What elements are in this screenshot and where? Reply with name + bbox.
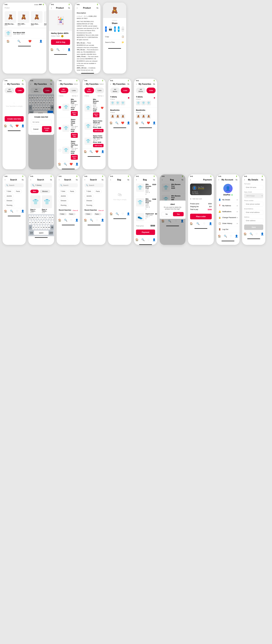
alert-yes-button[interactable]: Yes xyxy=(173,212,184,216)
key-D[interactable]: D xyxy=(34,220,37,225)
chip-jackets[interactable]: Jackets xyxy=(5,194,14,198)
back-button[interactable]: ‹ xyxy=(110,178,111,181)
product-card[interactable]: 🧸 8T21 100%... $122 xyxy=(18,11,29,26)
nav-home[interactable]: 🏠 xyxy=(50,48,54,51)
nav-home[interactable]: 🏠 xyxy=(135,238,138,241)
nav-favorites[interactable]: ♡ xyxy=(122,212,124,215)
add-to-bag-3[interactable]: Add to bag xyxy=(93,144,104,147)
address-input[interactable] xyxy=(244,218,263,223)
nav-home[interactable]: 🏠 xyxy=(84,150,87,153)
save-to-files-option[interactable]: Save to Files 📁 xyxy=(105,40,124,45)
select-label[interactable]: Select xyxy=(99,83,104,85)
nav-home[interactable]: 🏠 xyxy=(58,162,61,166)
back-button[interactable]: ‹ xyxy=(244,178,245,181)
key-shift[interactable]: ⇧ xyxy=(29,225,32,230)
create-button[interactable]: Create new xyxy=(42,126,52,132)
nav-favorites[interactable]: ♡ xyxy=(147,238,150,241)
email-input[interactable] xyxy=(244,210,263,215)
nav-search[interactable]: 🔍 xyxy=(224,234,227,238)
favorite-heart-icon[interactable]: ❤️ xyxy=(101,106,104,109)
key-Q[interactable]: Q xyxy=(29,215,31,220)
instagram-share-button[interactable]: 📷 xyxy=(109,26,112,32)
all-items-tab[interactable]: All Items xyxy=(5,88,14,93)
nav-home[interactable]: 🏠 xyxy=(135,121,138,124)
nav-favorites[interactable]: ♡ xyxy=(230,234,232,238)
twitter-share-button[interactable]: t xyxy=(114,26,116,32)
payment-button[interactable]: Payment xyxy=(136,230,155,235)
all-items-tab[interactable]: All Items xyxy=(110,88,120,93)
search-result-2[interactable]: 👕 ♡ Bape in Transi... $108 xyxy=(42,195,52,213)
clear-all-button[interactable]: Clear all xyxy=(98,210,104,211)
bag-icon[interactable]: 🛍 xyxy=(127,83,129,85)
nav-account[interactable]: 👤 xyxy=(261,232,264,236)
key-I[interactable]: I xyxy=(46,215,48,220)
menu-notifications[interactable]: 🔔 Notifications › xyxy=(216,209,240,214)
nav-search[interactable]: 🔍 xyxy=(64,162,67,166)
chip-jackets[interactable]: Jackets xyxy=(59,194,68,198)
nav-favorites[interactable]: ♡ xyxy=(96,218,98,222)
nav-account[interactable]: 👤 xyxy=(75,218,78,222)
chip-tshirt[interactable]: T-Shirt xyxy=(84,190,93,193)
chip-dresses[interactable]: Dresses xyxy=(5,199,14,202)
nav-account[interactable]: 👤 xyxy=(68,48,71,51)
dob-select[interactable]: dd/mm/yyyy xyxy=(244,193,263,198)
nav-search[interactable]: 🔍 xyxy=(90,218,93,222)
list-bearbricks[interactable]: Bearbricks 4 Items 🧸 🧸 🧸 xyxy=(134,108,157,120)
nav-favorites[interactable]: ❤️ xyxy=(70,162,73,166)
select-label[interactable]: Select xyxy=(74,83,78,85)
nav-account[interactable]: 👤 xyxy=(21,124,24,128)
list-tshirts[interactable]: T-Shirts 6 Items 👕 👕 👕 xyxy=(108,94,131,107)
all-items-tab[interactable]: All Items xyxy=(59,88,68,93)
key-123[interactable]: 123 xyxy=(29,230,34,235)
nav-search[interactable]: 🔍 xyxy=(56,48,60,51)
lists-tab[interactable]: Lists xyxy=(95,88,104,93)
nav-favorites[interactable]: ❤️ xyxy=(16,124,19,128)
nav-favorites[interactable]: ♡ xyxy=(70,218,72,222)
color-swatch[interactable] xyxy=(61,35,64,37)
back-button[interactable]: ‹ xyxy=(190,178,191,181)
list-tshirts[interactable]: T-Shirts 6 Items 👕 👕 👕 xyxy=(134,94,157,107)
back-button[interactable]: ‹ xyxy=(5,83,6,86)
key-space[interactable]: space xyxy=(34,230,48,235)
lists-tab[interactable]: Lists xyxy=(121,88,130,93)
chip-dresses[interactable]: Dresses xyxy=(84,199,94,202)
women-tab[interactable]: Women xyxy=(40,190,50,193)
remove-tshirt-tag[interactable]: × xyxy=(65,214,66,215)
lists-tab[interactable]: Lists xyxy=(69,88,78,93)
nav-account[interactable]: 👤 xyxy=(152,121,156,124)
nav-home[interactable]: 🏠 xyxy=(4,124,7,128)
key-F[interactable]: F xyxy=(37,220,40,225)
remove-pants-tag[interactable]: × xyxy=(74,214,74,215)
sort-button[interactable]: Sort by ∨ xyxy=(72,95,78,97)
back-button[interactable]: ‹ xyxy=(110,83,111,86)
nav-account[interactable]: 👤 xyxy=(39,40,42,43)
back-button[interactable]: ‹ xyxy=(5,178,6,181)
key-U[interactable]: U xyxy=(44,215,46,220)
add-to-bag-2[interactable]: Add to bag xyxy=(93,129,104,132)
product-card[interactable]: 🧸 Space Bear... $393 xyxy=(31,11,42,26)
clear-all-button[interactable]: Clear all xyxy=(73,210,78,211)
bag-icon[interactable]: 🛍 xyxy=(261,179,263,181)
nav-search[interactable]: 🔍 xyxy=(142,238,145,241)
add-to-bag-3[interactable]: Add to bag xyxy=(71,155,78,160)
back-button[interactable]: ‹ xyxy=(51,6,52,9)
nav-account[interactable]: 👤 xyxy=(127,212,130,215)
key-H[interactable]: H xyxy=(43,220,45,225)
nav-favorites[interactable]: ❤️ xyxy=(121,121,124,124)
key-C[interactable]: C xyxy=(38,225,40,230)
key-K[interactable]: K xyxy=(48,220,51,225)
key-A[interactable]: A xyxy=(29,220,31,225)
menu-my-details[interactable]: 👤 My Details › xyxy=(216,197,240,203)
recent-tag-pants[interactable]: Pants × xyxy=(94,213,101,215)
bag-icon[interactable]: 🛍 xyxy=(236,179,238,181)
key-T[interactable]: T xyxy=(39,215,41,220)
item-checkbox-1[interactable]: ✓ xyxy=(59,106,61,108)
bag-icon[interactable]: 🛍 xyxy=(22,179,24,181)
key-W[interactable]: W xyxy=(32,215,34,220)
key-P[interactable]: P xyxy=(52,215,54,220)
nav-account[interactable]: 👤 xyxy=(127,121,130,124)
nav-favorites[interactable]: ❤️ xyxy=(95,150,98,153)
search-input[interactable] xyxy=(63,184,80,186)
key-backspace[interactable]: ⌫ xyxy=(50,225,54,230)
skype-share-button[interactable]: s xyxy=(118,26,120,32)
